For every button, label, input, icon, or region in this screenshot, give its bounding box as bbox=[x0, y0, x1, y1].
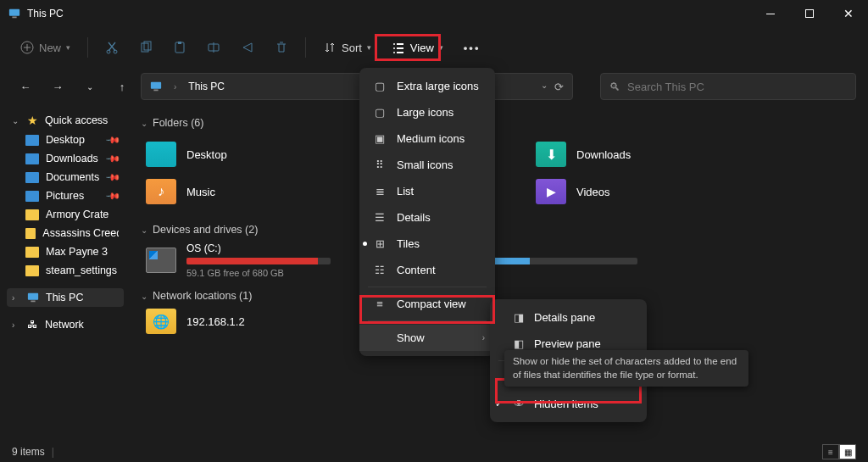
plus-icon bbox=[20, 41, 34, 54]
tiles-icon: ⊞ bbox=[373, 237, 387, 250]
sidebar-item-armory-crate[interactable]: Armory Crate bbox=[7, 205, 124, 224]
pin-icon: 📌 bbox=[104, 131, 120, 148]
sidebar-item-downloads[interactable]: Downloads📌 bbox=[7, 149, 124, 168]
menu-item-label: Small icons bbox=[397, 159, 453, 171]
address-dropdown-button[interactable]: ⌄ bbox=[541, 81, 548, 93]
folder-item-desktop[interactable]: Desktop bbox=[146, 136, 315, 173]
sidebar-item-pictures[interactable]: Pictures📌 bbox=[7, 186, 124, 205]
sidebar-label: This PC bbox=[46, 292, 83, 303]
group-header-label: Folders (6) bbox=[153, 117, 203, 129]
minimize-button[interactable] bbox=[751, 0, 790, 27]
window-title: This PC bbox=[27, 8, 64, 19]
menu-item-medium-icons[interactable]: ▣Medium icons bbox=[359, 125, 495, 152]
details-pane-icon: ◨ bbox=[512, 311, 526, 324]
folder-item-downloads[interactable]: ⬇Downloads bbox=[536, 136, 705, 173]
folder-icon bbox=[25, 172, 39, 183]
address-bar[interactable]: › This PC ⌄ ⟳ bbox=[141, 73, 573, 100]
details-layout-button[interactable]: ≡ bbox=[822, 444, 839, 459]
group-header-drives[interactable]: ⌄Devices and drives (2) bbox=[141, 224, 854, 236]
maximize-button[interactable] bbox=[790, 0, 829, 27]
sidebar-this-pc[interactable]: › This PC bbox=[7, 288, 124, 307]
sort-button[interactable]: Sort ▾ bbox=[314, 36, 380, 59]
rename-icon bbox=[207, 41, 220, 54]
sidebar-label: Quick access bbox=[45, 114, 108, 126]
submenu-item-label: Preview pane bbox=[534, 337, 601, 350]
menu-item-extra-large-icons[interactable]: ▢Extra large icons bbox=[359, 73, 495, 99]
folder-item-videos[interactable]: ▶Videos bbox=[536, 173, 705, 210]
folder-item-music[interactable]: ♪Music bbox=[146, 173, 315, 210]
download-icon: ⬇ bbox=[536, 142, 566, 167]
chevron-right-icon: › bbox=[12, 293, 20, 303]
this-pc-icon bbox=[8, 8, 20, 19]
drive-free-label: 59.1 GB free of 680 GB bbox=[186, 268, 331, 278]
folder-icon bbox=[25, 228, 36, 239]
folder-icon bbox=[25, 247, 39, 258]
menu-item-large-icons[interactable]: ▢Large icons bbox=[359, 99, 495, 125]
chevron-down-icon: ⌄ bbox=[141, 225, 147, 235]
item-label: Videos bbox=[576, 186, 610, 198]
separator bbox=[305, 37, 306, 58]
up-button[interactable]: ↑ bbox=[108, 73, 136, 100]
menu-item-content[interactable]: ☷Content bbox=[359, 257, 495, 283]
drive-usage-bar bbox=[186, 258, 331, 264]
extra-large-icon: ▢ bbox=[373, 80, 387, 92]
chevron-down-icon: ⌄ bbox=[141, 119, 147, 128]
share-button[interactable] bbox=[232, 36, 263, 59]
recent-locations-button[interactable]: ⌄ bbox=[76, 73, 103, 100]
selected-dot-icon bbox=[363, 242, 367, 246]
close-button[interactable]: ✕ bbox=[829, 0, 868, 27]
trash-icon bbox=[275, 41, 288, 54]
back-button[interactable]: ← bbox=[12, 73, 39, 100]
copy-button[interactable] bbox=[131, 36, 161, 59]
menu-separator bbox=[368, 287, 487, 287]
more-button[interactable]: ••• bbox=[455, 36, 489, 59]
separator bbox=[87, 37, 88, 58]
layout-toggle: ≡ ▦ bbox=[822, 444, 856, 459]
drive-item-os-c[interactable]: OS (C:) 59.1 GB free of 680 GB bbox=[146, 242, 854, 278]
forward-button[interactable]: → bbox=[44, 73, 71, 100]
sidebar-item-desktop[interactable]: Desktop📌 bbox=[7, 131, 124, 149]
sidebar-item-steam-settings[interactable]: steam_settings bbox=[7, 261, 124, 280]
sidebar-item-label: Max Payne 3 bbox=[46, 246, 108, 258]
search-box[interactable]: 🔍︎ bbox=[600, 73, 856, 100]
pin-icon: 📌 bbox=[104, 187, 120, 203]
sidebar-quick-access[interactable]: ⌄ ★ Quick access bbox=[7, 110, 124, 131]
video-icon: ▶ bbox=[536, 179, 566, 204]
paste-button[interactable] bbox=[164, 36, 195, 59]
sidebar-item-label: Armory Crate bbox=[46, 209, 108, 220]
list-icon: ≣ bbox=[373, 185, 387, 198]
sidebar-item-documents[interactable]: Documents📌 bbox=[7, 168, 124, 186]
medium-icon: ▣ bbox=[373, 132, 387, 145]
menu-item-tiles[interactable]: ⊞Tiles bbox=[359, 231, 495, 257]
cut-button[interactable] bbox=[97, 36, 127, 59]
group-header-folders[interactable]: ⌄Folders (6) bbox=[141, 117, 854, 129]
folder-icon bbox=[25, 191, 39, 202]
sort-icon bbox=[323, 41, 337, 54]
refresh-button[interactable]: ⟳ bbox=[554, 81, 564, 93]
highlight-view-button bbox=[375, 34, 441, 61]
breadcrumb-item[interactable]: This PC bbox=[188, 81, 225, 92]
delete-button[interactable] bbox=[266, 36, 297, 59]
pin-icon: 📌 bbox=[104, 169, 120, 185]
chevron-right-icon: › bbox=[174, 82, 176, 92]
folder-icon bbox=[146, 142, 176, 167]
sidebar-network[interactable]: › 🖧 Network bbox=[7, 315, 124, 334]
search-input[interactable] bbox=[627, 81, 847, 93]
sidebar-item-label: Pictures bbox=[46, 190, 84, 202]
rename-button[interactable] bbox=[198, 36, 229, 59]
menu-item-small-icons[interactable]: ⠿Small icons bbox=[359, 152, 495, 178]
menu-item-details[interactable]: ☰Details bbox=[359, 204, 495, 231]
tiles-layout-button[interactable]: ▦ bbox=[839, 444, 856, 459]
sidebar-item-assassins-creed[interactable]: Assassins Creed Uni bbox=[7, 224, 124, 242]
window-controls: ✕ bbox=[751, 0, 868, 27]
new-button[interactable]: New ▾ bbox=[12, 36, 79, 59]
sidebar-item-max-payne[interactable]: Max Payne 3 bbox=[7, 242, 124, 261]
item-label: Music bbox=[186, 186, 215, 198]
search-icon: 🔍︎ bbox=[609, 81, 620, 93]
music-icon: ♪ bbox=[146, 179, 176, 204]
submenu-item-details-pane[interactable]: ◨Details pane bbox=[490, 304, 647, 331]
menu-item-list[interactable]: ≣List bbox=[359, 178, 495, 204]
group-header-label: Devices and drives (2) bbox=[153, 224, 258, 236]
chevron-right-icon: › bbox=[482, 333, 485, 342]
menu-item-show[interactable]: Show› bbox=[359, 325, 495, 351]
